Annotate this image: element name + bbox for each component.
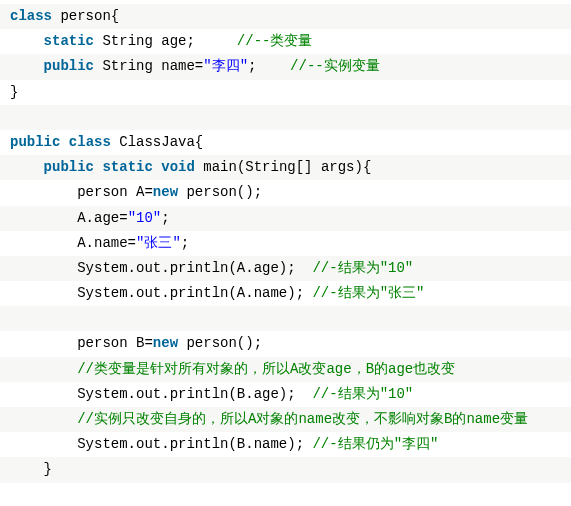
code-line: person A=new person(); — [0, 180, 571, 205]
code-token — [10, 109, 18, 125]
code-token: main(String[] args){ — [195, 159, 371, 175]
code-token: person B= — [10, 335, 153, 351]
code-line: public static void main(String[] args){ — [0, 155, 571, 180]
code-token: new — [153, 335, 178, 351]
code-line: //类变量是针对所有对象的，所以A改变age，B的age也改变 — [0, 357, 571, 382]
code-token: "10" — [128, 210, 162, 226]
code-token: } — [10, 461, 52, 477]
code-token: public — [10, 134, 60, 150]
code-line: A.age="10"; — [0, 206, 571, 231]
code-line — [0, 306, 571, 331]
code-token: "张三" — [136, 235, 181, 251]
code-token: System.out.println(B.age); — [10, 386, 312, 402]
code-line: } — [0, 457, 571, 482]
code-token: //实例只改变自身的，所以A对象的name改变，不影响对象B的name变量 — [77, 411, 528, 427]
code-line — [0, 105, 571, 130]
code-token: "李四" — [203, 58, 248, 74]
code-token: person(); — [178, 335, 262, 351]
code-line: static String age; //--类变量 — [0, 29, 571, 54]
code-token: ClassJava{ — [111, 134, 203, 150]
code-line: System.out.println(A.age); //-结果为"10" — [0, 256, 571, 281]
code-token: A.age= — [10, 210, 128, 226]
code-token: void — [161, 159, 195, 175]
code-token: static — [102, 159, 152, 175]
code-token — [10, 361, 77, 377]
code-token: new — [153, 184, 178, 200]
code-token: class — [10, 8, 52, 24]
code-token — [10, 33, 44, 49]
code-token: A.name= — [10, 235, 136, 251]
code-token — [60, 134, 68, 150]
code-token — [10, 411, 77, 427]
code-token: ; — [181, 235, 189, 251]
code-line: person B=new person(); — [0, 331, 571, 356]
code-line: System.out.println(B.name); //-结果仍为"李四" — [0, 432, 571, 457]
code-token: person A= — [10, 184, 153, 200]
code-token: static — [44, 33, 94, 49]
code-line: A.name="张三"; — [0, 231, 571, 256]
code-token: public — [44, 159, 94, 175]
code-token: //类变量是针对所有对象的，所以A改变age，B的age也改变 — [77, 361, 455, 377]
code-token: class — [69, 134, 111, 150]
code-line: class person{ — [0, 4, 571, 29]
code-token: System.out.println(B.name); — [10, 436, 312, 452]
code-block: class person{ static String age; //--类变量… — [0, 4, 571, 483]
code-line: public String name="李四"; //--实例变量 — [0, 54, 571, 79]
code-token: public — [44, 58, 94, 74]
code-token: String age; — [94, 33, 237, 49]
code-token: } — [10, 84, 18, 100]
code-token — [10, 58, 44, 74]
code-token — [153, 159, 161, 175]
code-token: //-结果为"10" — [312, 260, 413, 276]
code-token: person(); — [178, 184, 262, 200]
code-line: //实例只改变自身的，所以A对象的name改变，不影响对象B的name变量 — [0, 407, 571, 432]
code-token: String name= — [94, 58, 203, 74]
code-line: System.out.println(A.name); //-结果为"张三" — [0, 281, 571, 306]
code-token — [10, 159, 44, 175]
code-token — [10, 310, 18, 326]
code-token: //--类变量 — [237, 33, 313, 49]
code-line: System.out.println(B.age); //-结果为"10" — [0, 382, 571, 407]
code-token: person{ — [52, 8, 119, 24]
code-line: } — [0, 80, 571, 105]
code-line: public class ClassJava{ — [0, 130, 571, 155]
code-token: //--实例变量 — [290, 58, 380, 74]
code-token: System.out.println(A.name); — [10, 285, 312, 301]
code-token: System.out.println(A.age); — [10, 260, 312, 276]
code-token: //-结果为"10" — [312, 386, 413, 402]
code-token: //-结果为"张三" — [312, 285, 424, 301]
code-token: ; — [248, 58, 290, 74]
code-token: //-结果仍为"李四" — [312, 436, 438, 452]
code-token: ; — [161, 210, 169, 226]
